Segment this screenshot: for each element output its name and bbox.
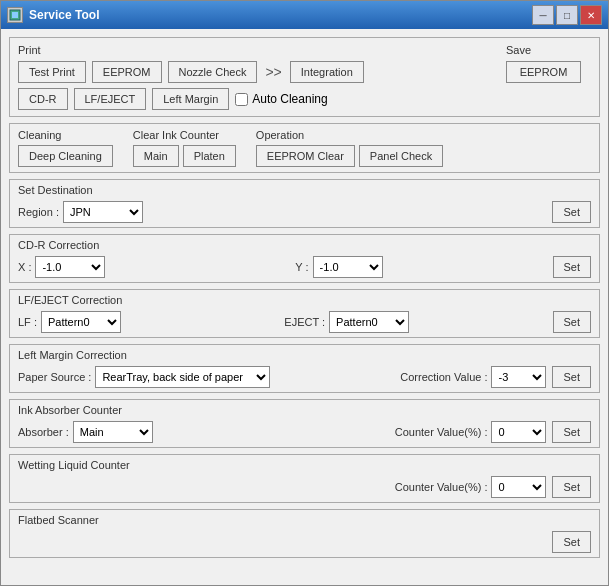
platen-button[interactable]: Platen bbox=[183, 145, 236, 167]
operation-label: Operation bbox=[256, 129, 443, 141]
flatbed-scanner-label: Flatbed Scanner bbox=[18, 514, 591, 526]
print-subsection: Print Test Print EEPROM Nozzle Check >> … bbox=[18, 44, 496, 110]
clear-ink-label: Clear Ink Counter bbox=[133, 129, 236, 141]
y-select[interactable]: -1.0-0.500.51.0 bbox=[313, 256, 383, 278]
wetting-liquid-row: Counter Value(%) : 0102050100 Set bbox=[18, 476, 591, 498]
correction-value-select[interactable]: -3-2-10123 bbox=[491, 366, 546, 388]
save-label: Save bbox=[506, 44, 591, 56]
lf-eject-set-button[interactable]: Set bbox=[553, 311, 592, 333]
maximize-button[interactable]: □ bbox=[556, 5, 578, 25]
cleaning-subsection: Cleaning Deep Cleaning bbox=[18, 129, 113, 167]
region-select[interactable]: JPNUSEU bbox=[63, 201, 143, 223]
main-ink-button[interactable]: Main bbox=[133, 145, 179, 167]
left-margin-button[interactable]: Left Margin bbox=[152, 88, 229, 110]
lf-eject-row: LF : Pattern0Pattern1Pattern2 EJECT : Pa… bbox=[18, 311, 591, 333]
title-bar: Service Tool ─ □ ✕ bbox=[1, 1, 608, 29]
ink-absorber-row: Absorber : MainSub Counter Value(%) : 01… bbox=[18, 421, 591, 443]
auto-cleaning-checkbox[interactable] bbox=[235, 93, 248, 106]
set-destination-button[interactable]: Set bbox=[552, 201, 591, 223]
absorber-select[interactable]: MainSub bbox=[73, 421, 153, 443]
left-margin-section: Left Margin Correction Paper Source : Re… bbox=[9, 344, 600, 393]
cleaning-operation-section: Cleaning Deep Cleaning Clear Ink Counter… bbox=[9, 123, 600, 173]
auto-cleaning-label: Auto Cleaning bbox=[252, 92, 327, 106]
cdr-correction-section: CD-R Correction X : -1.0-0.500.51.0 Y : … bbox=[9, 234, 600, 283]
lf-eject-section: LF/EJECT Correction LF : Pattern0Pattern… bbox=[9, 289, 600, 338]
auto-cleaning-row: Auto Cleaning bbox=[235, 92, 327, 106]
wetting-liquid-section: Wetting Liquid Counter Counter Value(%) … bbox=[9, 454, 600, 503]
close-button[interactable]: ✕ bbox=[580, 5, 602, 25]
absorber-counter-label: Counter Value(%) : bbox=[395, 426, 488, 438]
window-controls: ─ □ ✕ bbox=[532, 5, 602, 25]
x-label: X : bbox=[18, 261, 31, 273]
wetting-liquid-set-button[interactable]: Set bbox=[552, 476, 591, 498]
paper-source-select[interactable]: RearTray, back side of paperFrontTrayCas… bbox=[95, 366, 270, 388]
deep-cleaning-button[interactable]: Deep Cleaning bbox=[18, 145, 113, 167]
set-destination-label: Set Destination bbox=[18, 184, 591, 196]
svg-rect-1 bbox=[12, 12, 18, 18]
flatbed-scanner-set-button[interactable]: Set bbox=[552, 531, 591, 553]
minimize-button[interactable]: ─ bbox=[532, 5, 554, 25]
left-margin-row: Paper Source : RearTray, back side of pa… bbox=[18, 366, 591, 388]
absorber-label: Absorber : bbox=[18, 426, 69, 438]
ink-absorber-label: Ink Absorber Counter bbox=[18, 404, 591, 416]
correction-value-label: Correction Value : bbox=[400, 371, 487, 383]
cdr-set-button[interactable]: Set bbox=[553, 256, 592, 278]
wetting-counter-label: Counter Value(%) : bbox=[395, 481, 488, 493]
nozzle-check-button[interactable]: Nozzle Check bbox=[168, 61, 258, 83]
flatbed-scanner-section: Flatbed Scanner Set bbox=[9, 509, 600, 558]
y-label: Y : bbox=[295, 261, 308, 273]
print-label: Print bbox=[18, 44, 496, 56]
app-icon bbox=[7, 7, 23, 23]
absorber-counter-select[interactable]: 0102050100 bbox=[491, 421, 546, 443]
main-window: Service Tool ─ □ ✕ Print Test Print EEPR… bbox=[0, 0, 609, 586]
flatbed-scanner-row: Set bbox=[18, 531, 591, 553]
cdr-correction-row: X : -1.0-0.500.51.0 Y : -1.0-0.500.51.0 … bbox=[18, 256, 591, 278]
eject-select[interactable]: Pattern0Pattern1Pattern2 bbox=[329, 311, 409, 333]
content-area: Print Test Print EEPROM Nozzle Check >> … bbox=[1, 29, 608, 585]
paper-source-label: Paper Source : bbox=[18, 371, 91, 383]
eeprom-clear-button[interactable]: EEPROM Clear bbox=[256, 145, 355, 167]
cleaning-label: Cleaning bbox=[18, 129, 113, 141]
set-destination-row: Region : JPNUSEU Set bbox=[18, 201, 591, 223]
clear-ink-subsection: Clear Ink Counter Main Platen bbox=[133, 129, 236, 167]
operation-subsection: Operation EEPROM Clear Panel Check bbox=[256, 129, 443, 167]
save-eeprom-button[interactable]: EEPROM bbox=[506, 61, 581, 83]
ink-absorber-section: Ink Absorber Counter Absorber : MainSub … bbox=[9, 399, 600, 448]
lf-eject-button[interactable]: LF/EJECT bbox=[74, 88, 147, 110]
cd-r-button[interactable]: CD-R bbox=[18, 88, 68, 110]
arrow-separator: >> bbox=[265, 64, 281, 80]
region-label: Region : bbox=[18, 206, 59, 218]
lf-label: LF : bbox=[18, 316, 37, 328]
lf-select[interactable]: Pattern0Pattern1Pattern2 bbox=[41, 311, 121, 333]
save-subsection: Save EEPROM bbox=[506, 44, 591, 83]
left-margin-label: Left Margin Correction bbox=[18, 349, 591, 361]
ink-absorber-set-button[interactable]: Set bbox=[552, 421, 591, 443]
cdr-correction-label: CD-R Correction bbox=[18, 239, 591, 251]
test-print-button[interactable]: Test Print bbox=[18, 61, 86, 83]
wetting-liquid-label: Wetting Liquid Counter bbox=[18, 459, 591, 471]
set-destination-section: Set Destination Region : JPNUSEU Set bbox=[9, 179, 600, 228]
wetting-counter-select[interactable]: 0102050100 bbox=[491, 476, 546, 498]
integration-button[interactable]: Integration bbox=[290, 61, 364, 83]
x-select[interactable]: -1.0-0.500.51.0 bbox=[35, 256, 105, 278]
lf-eject-label: LF/EJECT Correction bbox=[18, 294, 591, 306]
print-save-section: Print Test Print EEPROM Nozzle Check >> … bbox=[9, 37, 600, 117]
eject-label: EJECT : bbox=[284, 316, 325, 328]
eeprom-print-button[interactable]: EEPROM bbox=[92, 61, 162, 83]
panel-check-button[interactable]: Panel Check bbox=[359, 145, 443, 167]
left-margin-set-button[interactable]: Set bbox=[552, 366, 591, 388]
window-title: Service Tool bbox=[29, 8, 532, 22]
